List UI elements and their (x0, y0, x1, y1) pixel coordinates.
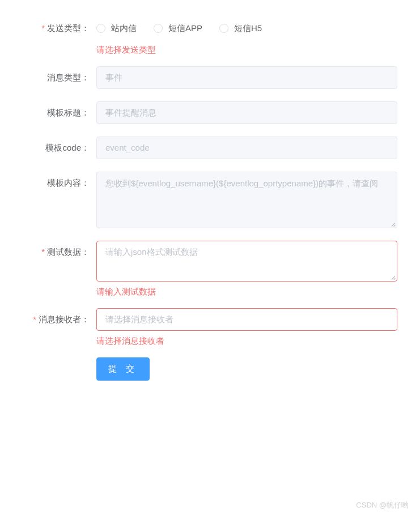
radio-option-sms-h5[interactable]: 短信H5 (219, 23, 262, 34)
form-item-template-title: 模板标题： 事件提醒消息 (23, 101, 397, 124)
form-item-template-content: 模板内容： 您收到${eventlog_username}(${eventlog… (23, 172, 397, 228)
label-receiver: *消息接收者： (23, 308, 96, 331)
content-template-content: 您收到${eventlog_username}(${eventlog_oprty… (96, 172, 397, 228)
resize-handle-icon (390, 221, 396, 227)
form-item-send-type: *发送类型： 站内信 短信APP 短信H5 请选择发送类型 (23, 17, 397, 54)
resize-handle-icon (390, 274, 396, 280)
label-template-content: 模板内容： (23, 172, 96, 194)
label-test-data: *测试数据： (23, 241, 96, 263)
label-text: 模板内容： (47, 178, 90, 187)
error-receiver: 请选择消息接收者 (96, 331, 397, 345)
required-asterisk: * (41, 247, 45, 257)
content-template-title: 事件提醒消息 (96, 101, 397, 124)
form-item-template-code: 模板code： event_code (23, 137, 397, 159)
textarea-placeholder: 请输入json格式测试数据 (105, 247, 198, 257)
label-text: 模板标题： (47, 108, 90, 117)
radio-option-sms-app[interactable]: 短信APP (154, 23, 202, 34)
error-send-type: 请选择发送类型 (96, 40, 397, 54)
form-item-test-data: *测试数据： 请输入json格式测试数据 请输入测试数据 (23, 241, 397, 296)
label-text: 消息接收者： (39, 314, 90, 324)
radio-icon (96, 24, 105, 33)
radio-label: 短信H5 (234, 23, 262, 34)
form-item-msg-type: 消息类型： 事件 (23, 66, 397, 89)
input-msg-type: 事件 (96, 66, 397, 89)
label-template-title: 模板标题： (23, 101, 96, 124)
textarea-test-data[interactable]: 请输入json格式测试数据 (96, 241, 397, 282)
label-text: 模板code： (45, 143, 90, 152)
content-template-code: event_code (96, 137, 397, 159)
content-msg-type: 事件 (96, 66, 397, 89)
form-item-submit: 提 交 (23, 357, 397, 381)
input-template-title: 事件提醒消息 (96, 101, 397, 124)
label-text: 消息类型： (47, 73, 90, 82)
label-msg-type: 消息类型： (23, 66, 96, 89)
textarea-value: 您收到${eventlog_username}(${eventlog_oprty… (105, 178, 378, 188)
submit-button[interactable]: 提 交 (96, 357, 150, 381)
input-template-code: event_code (96, 137, 397, 159)
radio-group-send-type: 站内信 短信APP 短信H5 (96, 17, 397, 40)
content-submit: 提 交 (96, 357, 397, 381)
radio-icon (219, 24, 228, 33)
textarea-template-content: 您收到${eventlog_username}(${eventlog_oprty… (96, 172, 397, 228)
label-template-code: 模板code： (23, 137, 96, 159)
required-asterisk: * (33, 314, 36, 324)
content-test-data: 请输入json格式测试数据 请输入测试数据 (96, 241, 397, 296)
label-text: 发送类型： (47, 23, 90, 33)
label-send-type: *发送类型： (23, 17, 96, 40)
required-asterisk: * (41, 23, 45, 33)
content-send-type: 站内信 短信APP 短信H5 请选择发送类型 (96, 17, 397, 54)
content-receiver: 请选择消息接收者 请选择消息接收者 (96, 308, 397, 345)
error-test-data: 请输入测试数据 (96, 282, 397, 296)
label-text: 测试数据： (47, 247, 90, 257)
radio-label: 短信APP (168, 23, 202, 34)
select-receiver[interactable]: 请选择消息接收者 (96, 308, 397, 331)
form-item-receiver: *消息接收者： 请选择消息接收者 请选择消息接收者 (23, 308, 397, 345)
radio-option-inbox[interactable]: 站内信 (96, 23, 137, 34)
radio-label: 站内信 (111, 23, 137, 34)
radio-icon (154, 24, 163, 33)
